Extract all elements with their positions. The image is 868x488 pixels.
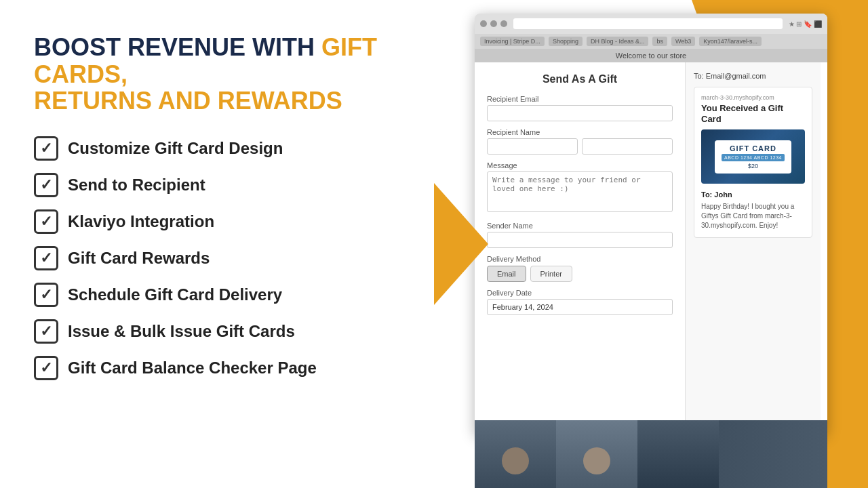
gift-card-amount: $20 xyxy=(722,163,785,169)
delivery-method-label: Delivery Method xyxy=(487,255,673,263)
checklist-label: Issue & Bulk Issue Gift Cards xyxy=(68,322,295,341)
sender-name-label: Sender Name xyxy=(487,222,673,230)
list-item: Schedule Gift Card Delivery xyxy=(34,283,407,307)
recipient-lastname-input[interactable] xyxy=(582,138,673,155)
bookmark-item: Invoicing | Stripe D... xyxy=(480,37,545,46)
browser-dot xyxy=(480,20,487,27)
recipient-name-label: Recipient Name xyxy=(487,128,673,136)
checklist-label: Schedule Gift Card Delivery xyxy=(68,285,282,304)
email-preview-panel: To: Email@gmail.com march-3-30.myshopify… xyxy=(685,62,821,430)
person-head-2 xyxy=(583,447,610,474)
check-icon xyxy=(34,209,58,234)
bookmark-item: DH Blog - Ideas &... xyxy=(587,37,649,46)
photo-strip xyxy=(475,420,827,488)
browser-dot xyxy=(500,20,507,27)
person-photo-2 xyxy=(556,420,637,488)
message-group: Message xyxy=(487,161,673,215)
check-icon xyxy=(34,356,58,380)
checklist-label: Customize Gift Card Design xyxy=(68,139,283,158)
feature-checklist: Customize Gift Card Design Send to Recip… xyxy=(34,136,407,380)
recipient-email-label: Recipient Email xyxy=(487,95,673,103)
list-item: Gift Card Balance Checker Page xyxy=(34,356,407,380)
email-recipient: To: John xyxy=(701,190,805,199)
list-item: Customize Gift Card Design xyxy=(34,136,407,161)
recipient-email-input[interactable] xyxy=(487,105,673,121)
delivery-date-label: Delivery Date xyxy=(487,289,673,297)
delivery-method-buttons: Email Printer xyxy=(487,266,673,282)
headline-line1-static: BOOST REVENUE WITH xyxy=(34,33,321,61)
person-photo-1 xyxy=(475,420,556,488)
email-delivery-button[interactable]: Email xyxy=(487,266,526,282)
recipient-name-row xyxy=(487,138,673,155)
checklist-label: Gift Card Balance Checker Page xyxy=(68,359,317,378)
list-item: Send to Recipient xyxy=(34,173,407,197)
printer-delivery-button[interactable]: Printer xyxy=(530,266,572,282)
recipient-firstname-input[interactable] xyxy=(487,138,578,155)
gift-card-text: GIFT CARD xyxy=(722,144,785,152)
bookmark-item: Shopping xyxy=(549,37,583,46)
email-card: march-3-30.myshopify.com You Received a … xyxy=(694,87,812,238)
check-icon xyxy=(34,136,58,161)
email-domain: march-3-30.myshopify.com xyxy=(701,94,805,101)
checklist-label: Klaviyo Integration xyxy=(68,212,214,231)
check-icon xyxy=(34,319,58,344)
sender-name-input[interactable] xyxy=(487,232,673,248)
email-message: Happy Birthday! I bought you a Giftys Gi… xyxy=(701,202,805,230)
check-icon xyxy=(34,283,58,307)
message-label: Message xyxy=(487,161,673,169)
gift-card-code: ABCD 1234 ABCD 1234 xyxy=(722,154,785,161)
browser-window: ★ ⊞ 🔖 ⬛ Invoicing | Stripe D... Shopping… xyxy=(475,14,827,434)
list-item: Klaviyo Integration xyxy=(34,209,407,234)
check-icon xyxy=(34,173,58,197)
bookmark-item: bs xyxy=(652,37,667,46)
gift-card-inner: GIFT CARD ABCD 1234 ABCD 1234 $20 xyxy=(715,140,791,174)
bookmark-item: Kyon147/laravel-s... xyxy=(699,37,762,46)
delivery-date-input[interactable] xyxy=(487,299,673,315)
list-item: Gift Card Rewards xyxy=(34,246,407,270)
email-to: To: Email@gmail.com xyxy=(694,72,812,80)
delivery-method-group: Delivery Method Email Printer xyxy=(487,255,673,282)
left-panel: BOOST REVENUE WITH GIFT CARDS, RETURNS A… xyxy=(0,0,434,488)
headline-line2: RETURNS AND REWARDS xyxy=(34,87,342,115)
browser-dot xyxy=(490,20,497,27)
list-item: Issue & Bulk Issue Gift Cards xyxy=(34,319,407,344)
bookmark-item: Web3 xyxy=(671,37,695,46)
right-panel: ★ ⊞ 🔖 ⬛ Invoicing | Stripe D... Shopping… xyxy=(434,0,868,488)
main-headline: BOOST REVENUE WITH GIFT CARDS, RETURNS A… xyxy=(34,34,407,115)
form-title: Send As A Gift xyxy=(487,73,673,85)
checklist-label: Gift Card Rewards xyxy=(68,249,210,268)
delivery-date-group: Delivery Date xyxy=(487,289,673,315)
person-photo-3 xyxy=(637,420,719,488)
person-head-1 xyxy=(502,447,529,474)
check-icon xyxy=(34,246,58,270)
orange-chevron-icon xyxy=(434,183,488,305)
store-banner: Welcome to our store xyxy=(475,49,827,62)
checklist-label: Send to Recipient xyxy=(68,176,205,195)
browser-chrome-bar: ★ ⊞ 🔖 ⬛ xyxy=(475,14,827,34)
email-card-title: You Received a Gift Card xyxy=(701,103,805,124)
message-textarea[interactable] xyxy=(487,171,673,212)
browser-content: Send As A Gift Recipient Email Recipient… xyxy=(475,62,827,430)
gift-card-image: GIFT CARD ABCD 1234 ABCD 1234 $20 xyxy=(701,129,805,184)
gift-card-form: Send As A Gift Recipient Email Recipient… xyxy=(475,62,685,430)
recipient-email-group: Recipient Email xyxy=(487,95,673,121)
sender-name-group: Sender Name xyxy=(487,222,673,248)
recipient-name-group: Recipient Name xyxy=(487,128,673,155)
browser-bookmarks-bar: Invoicing | Stripe D... Shopping DH Blog… xyxy=(475,34,827,49)
